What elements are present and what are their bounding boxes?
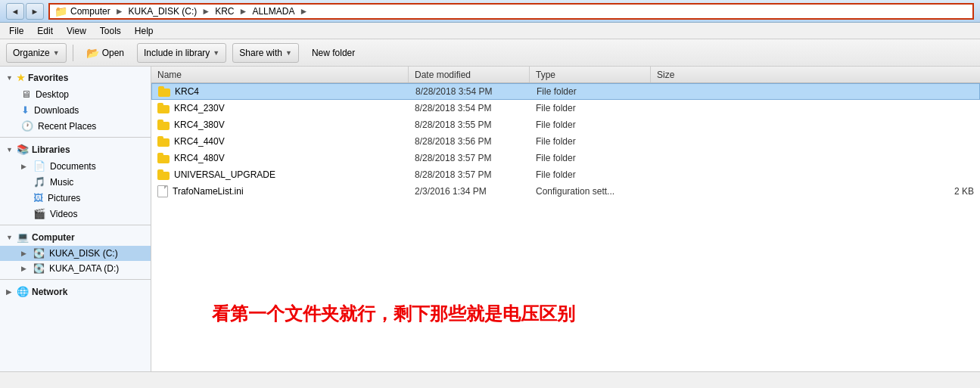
libraries-expand: ▼ (6, 146, 14, 154)
file-label-krc4-230: KRC4_230V (174, 103, 225, 113)
sidebar-documents-label: Documents (50, 161, 96, 172)
file-name-krc4-440: KRC4_440V (151, 136, 409, 147)
organize-button[interactable]: Organize ▼ (6, 43, 67, 63)
sidebar-videos-label: Videos (50, 209, 77, 219)
nav-buttons: ◄ ► (6, 3, 44, 20)
sidebar-item-documents[interactable]: ▶ 📄 Documents (0, 158, 151, 174)
menu-file[interactable]: File (3, 24, 30, 38)
menu-help[interactable]: Help (129, 24, 160, 38)
sidebar-item-recent[interactable]: 🕐 Recent Places (0, 118, 151, 134)
file-type-universal: File folder (530, 169, 651, 180)
sidebar-recent-label: Recent Places (38, 121, 96, 132)
include-library-button[interactable]: Include in library ▼ (137, 43, 226, 63)
file-type-230: File folder (530, 103, 651, 113)
file-row-krc4-440[interactable]: KRC4_440V 8/28/2018 3:56 PM File folder (151, 133, 980, 150)
breadcrumb-drive[interactable]: KUKA_DISK (C:) (129, 6, 198, 17)
folder-icon: 📁 (54, 5, 67, 17)
file-name-trafo: TrafoNameList.ini (151, 185, 409, 197)
videos-icon: 🎬 (33, 208, 45, 219)
libraries-icon: 📚 (17, 144, 29, 155)
new-folder-button[interactable]: New folder (305, 43, 362, 63)
folder-icon-230 (157, 103, 170, 113)
favorites-label: Favorites (28, 73, 68, 83)
breadcrumb-allmada[interactable]: ALLMADA (252, 6, 294, 17)
file-row-trafo[interactable]: TrafoNameList.ini 2/3/2016 1:34 PM Confi… (151, 183, 980, 200)
sidebar-item-kuka-c[interactable]: ▶ 💽 KUKA_DISK (C:) (0, 246, 151, 261)
libraries-label: Libraries (32, 144, 70, 155)
file-date-480: 8/28/2018 3:57 PM (409, 153, 530, 163)
computer-label: Computer (32, 232, 75, 243)
folder-icon-universal (157, 169, 170, 180)
col-type-header[interactable]: Type (530, 67, 651, 82)
file-type-trafo: Configuration sett... (530, 186, 651, 197)
file-date-krc4: 8/28/2018 3:54 PM (409, 86, 530, 97)
menu-edit[interactable]: Edit (31, 24, 59, 38)
docs-expand: ▶ (21, 163, 29, 170)
file-row-universal[interactable]: UNIVERSAL_UPGRADE 8/28/2018 3:57 PM File… (151, 166, 980, 183)
main-area: ▼ ★ Favorites 🖥 Desktop ⬇ Downloads 🕐 Re… (0, 67, 980, 371)
file-date-380: 8/28/2018 3:55 PM (409, 120, 530, 130)
file-name-universal: UNIVERSAL_UPGRADE (151, 169, 409, 180)
menu-view[interactable]: View (61, 24, 92, 38)
file-label-universal: UNIVERSAL_UPGRADE (174, 169, 275, 180)
breadcrumb-krc[interactable]: KRC (215, 6, 234, 17)
libraries-header[interactable]: ▼ 📚 Libraries (0, 141, 151, 158)
menu-tools[interactable]: Tools (94, 24, 127, 38)
file-date-trafo: 2/3/2016 1:34 PM (409, 186, 530, 197)
sidebar-item-music[interactable]: 🎵 Music (0, 174, 151, 190)
kuka-d-expand: ▶ (21, 265, 29, 272)
new-folder-label: New folder (312, 48, 355, 58)
address-bar[interactable]: 📁 Computer ► KUKA_DISK (C:) ► KRC ► ALLM… (48, 3, 974, 20)
open-button[interactable]: 📂 Open (79, 43, 131, 63)
drive-c-icon: 💽 (33, 248, 45, 259)
favorites-header[interactable]: ▼ ★ Favorites (0, 70, 151, 86)
toolbar: Organize ▼ 📂 Open Include in library ▼ S… (0, 39, 980, 67)
open-icon: 📂 (86, 47, 99, 59)
back-button[interactable]: ◄ (6, 3, 24, 20)
sep2: ► (201, 6, 210, 17)
sidebar: ▼ ★ Favorites 🖥 Desktop ⬇ Downloads 🕐 Re… (0, 67, 151, 371)
share-with-button[interactable]: Share with ▼ (232, 43, 299, 63)
organize-label: Organize (13, 48, 50, 58)
folder-icon-440 (157, 136, 170, 147)
sep4: ► (299, 6, 308, 17)
sidebar-item-downloads[interactable]: ⬇ Downloads (0, 102, 151, 118)
file-row-krc4-380[interactable]: KRC4_380V 8/28/2018 3:55 PM File folder (151, 116, 980, 133)
file-list: KRC4 8/28/2018 3:54 PM File folder KRC4_… (151, 83, 980, 371)
sidebar-kuka-d-label: KUKA_DATA (D:) (49, 263, 119, 274)
file-name-krc4: KRC4 (152, 86, 409, 97)
file-label-krc4: KRC4 (175, 86, 199, 97)
forward-button[interactable]: ► (26, 3, 44, 20)
sidebar-item-desktop[interactable]: 🖥 Desktop (0, 86, 151, 102)
recent-icon: 🕐 (21, 120, 33, 132)
col-date-header[interactable]: Date modified (409, 67, 530, 82)
sidebar-music-label: Music (50, 177, 73, 188)
sidebar-item-kuka-d[interactable]: ▶ 💽 KUKA_DATA (D:) (0, 261, 151, 276)
sidebar-item-videos[interactable]: 🎬 Videos (0, 206, 151, 222)
computer-icon: 💻 (17, 231, 29, 243)
title-bar: ◄ ► 📁 Computer ► KUKA_DISK (C:) ► KRC ► … (0, 0, 980, 23)
drive-d-icon: 💽 (33, 263, 45, 274)
status-bar (0, 371, 980, 388)
kuka-c-expand: ▶ (21, 250, 29, 257)
col-name-header[interactable]: Name (151, 67, 409, 82)
file-row-krc4-480[interactable]: KRC4_480V 8/28/2018 3:57 PM File folder (151, 150, 980, 166)
file-label-trafo: TrafoNameList.ini (173, 186, 244, 197)
file-type-440: File folder (530, 136, 651, 147)
sidebar-desktop-label: Desktop (36, 89, 69, 100)
sidebar-pictures-label: Pictures (48, 193, 80, 203)
file-date-230: 8/28/2018 3:54 PM (409, 103, 530, 113)
file-row-krc4[interactable]: KRC4 8/28/2018 3:54 PM File folder (151, 83, 980, 100)
col-size-header[interactable]: Size (651, 67, 980, 82)
pictures-icon: 🖼 (33, 192, 43, 203)
file-area: Name Date modified Type Size KRC4 8/28/2… (151, 67, 980, 371)
breadcrumb-computer[interactable]: Computer (70, 6, 110, 17)
network-section: ▶ 🌐 Network (0, 283, 151, 300)
sep3: ► (239, 6, 248, 17)
computer-header[interactable]: ▼ 💻 Computer (0, 228, 151, 246)
network-header[interactable]: ▶ 🌐 Network (0, 283, 151, 300)
sidebar-item-pictures[interactable]: 🖼 Pictures (0, 190, 151, 206)
share-label: Share with (239, 48, 282, 58)
file-row-krc4-230[interactable]: KRC4_230V 8/28/2018 3:54 PM File folder (151, 100, 980, 116)
libraries-section: ▼ 📚 Libraries ▶ 📄 Documents 🎵 Music 🖼 Pi… (0, 141, 151, 222)
